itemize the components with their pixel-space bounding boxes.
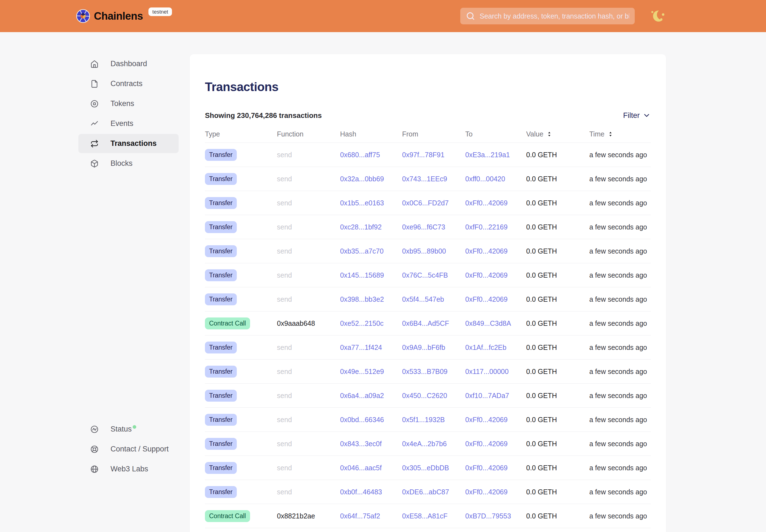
from-link[interactable]: 0x305...eDbDB: [402, 464, 449, 472]
hash-link[interactable]: 0xc28...1bf92: [340, 223, 381, 231]
value-cell: 0.0 GETH: [526, 199, 589, 207]
value-cell: 0.0 GETH: [526, 247, 589, 255]
hash-link[interactable]: 0x1b5...e0163: [340, 199, 384, 207]
sidebar-item-events[interactable]: Events: [78, 114, 179, 133]
sort-icon[interactable]: [546, 131, 553, 137]
hash-link[interactable]: 0xa77...1f424: [340, 344, 382, 351]
hash-link[interactable]: 0x145...15689: [340, 271, 384, 279]
hash-link[interactable]: 0x046...aac5f: [340, 464, 381, 472]
type-cell: Transfer: [205, 173, 277, 185]
hash-link[interactable]: 0x0bd...66346: [340, 416, 384, 423]
column-header-time[interactable]: Time: [589, 130, 651, 138]
from-link[interactable]: 0x6B4...Ad5CF: [402, 319, 449, 327]
from-link[interactable]: 0xDE6...abC87: [402, 488, 449, 496]
column-label: From: [402, 130, 418, 138]
filter-label: Filter: [623, 111, 640, 120]
function-cell: send: [277, 368, 340, 376]
hash-link[interactable]: 0xb0f...46483: [340, 488, 382, 496]
value-cell: 0.0 GETH: [526, 344, 589, 352]
moon-icon: [651, 9, 667, 24]
to-link[interactable]: 0xFf0...42069: [465, 488, 508, 496]
type-cell: Transfer: [205, 462, 277, 474]
hash-cell: 0x680...aff75: [340, 151, 402, 159]
sidebar-item-blocks[interactable]: Blocks: [78, 154, 179, 173]
sidebar-item-label: Contracts: [110, 79, 143, 88]
type-badge: Transfer: [205, 414, 237, 426]
type-badge: Transfer: [205, 366, 237, 378]
hash-link[interactable]: 0x64f...75af2: [340, 512, 380, 520]
hash-cell: 0x49e...512e9: [340, 368, 402, 376]
sidebar-item-contracts[interactable]: Contracts: [78, 74, 179, 93]
to-link[interactable]: 0xfF0...22169: [465, 223, 508, 231]
type-badge: Transfer: [205, 390, 237, 402]
function-cell: send: [277, 416, 340, 424]
to-link[interactable]: 0x117...00000: [465, 368, 509, 375]
hash-link[interactable]: 0x680...aff75: [340, 151, 380, 159]
time-cell: a few seconds ago: [589, 151, 651, 159]
from-link[interactable]: 0xb95...89b00: [402, 247, 446, 255]
from-link[interactable]: 0x5f1...1932B: [402, 416, 445, 423]
type-badge: Contract Call: [205, 317, 250, 329]
from-link[interactable]: 0x9A9...bF6fb: [402, 344, 445, 351]
sidebar-item-dashboard[interactable]: Dashboard: [78, 54, 179, 73]
column-header-from: From: [402, 130, 465, 138]
time-cell: a few seconds ago: [589, 392, 651, 400]
to-link[interactable]: 0xf10...7ADa7: [465, 392, 509, 399]
sidebar-footer-item-status[interactable]: Status: [78, 420, 179, 439]
to-link[interactable]: 0xff0...00420: [465, 175, 505, 183]
from-link[interactable]: 0xe96...f6C73: [402, 223, 445, 231]
to-link[interactable]: 0xFf0...42069: [465, 464, 508, 472]
from-link[interactable]: 0x450...C2620: [402, 392, 447, 399]
sidebar-footer-item-web3-labs[interactable]: Web3 Labs: [78, 459, 179, 479]
from-link[interactable]: 0x743...1EEc9: [402, 175, 447, 183]
hash-cell: 0xe52...2150c: [340, 319, 402, 327]
to-link[interactable]: 0xB7D...79553: [465, 512, 511, 520]
hash-link[interactable]: 0xe52...2150c: [340, 319, 384, 327]
hash-link[interactable]: 0x32a...0bb69: [340, 175, 384, 183]
from-link[interactable]: 0x533...B7B09: [402, 368, 448, 375]
to-link[interactable]: 0xFf0...42069: [465, 199, 508, 207]
to-link[interactable]: 0xFf0...42069: [465, 247, 508, 255]
sort-icon[interactable]: [607, 131, 614, 137]
sidebar-item-tokens[interactable]: Tokens: [78, 94, 179, 113]
hash-link[interactable]: 0x6a4...a09a2: [340, 392, 384, 399]
to-link[interactable]: 0xFf0...42069: [465, 295, 508, 303]
to-link[interactable]: 0xE3a...219a1: [465, 151, 510, 159]
column-header-value[interactable]: Value: [526, 130, 589, 138]
to-link[interactable]: 0xFf0...42069: [465, 440, 508, 448]
hash-link[interactable]: 0x398...bb3e2: [340, 295, 384, 303]
column-label: To: [465, 130, 473, 138]
time-cell: a few seconds ago: [589, 247, 651, 255]
transaction-row: Transfersend0x49e...512e90x533...B7B090x…: [205, 360, 651, 384]
from-link[interactable]: 0x4eA...2b7b6: [402, 440, 447, 448]
table-header-row: TypeFunctionHashFromToValueTime: [205, 126, 651, 143]
filter-button[interactable]: Filter: [623, 111, 651, 120]
from-link[interactable]: 0x76C...5c4FB: [402, 271, 448, 279]
hash-link[interactable]: 0xb35...a7c70: [340, 247, 384, 255]
from-link[interactable]: 0xE58...A81cF: [402, 512, 448, 520]
sidebar-item-transactions[interactable]: Transactions: [78, 134, 179, 153]
hash-link[interactable]: 0x49e...512e9: [340, 368, 384, 375]
time-cell: a few seconds ago: [589, 199, 651, 207]
function-cell: send: [277, 151, 340, 159]
brand[interactable]: Chainlens testnet: [76, 9, 172, 23]
to-link[interactable]: 0xFf0...42069: [465, 416, 508, 423]
time-cell: a few seconds ago: [589, 416, 651, 424]
dark-mode-toggle[interactable]: [651, 9, 667, 24]
to-link[interactable]: 0xFf0...42069: [465, 271, 508, 279]
search-input[interactable]: [480, 12, 629, 20]
cube-icon: [90, 159, 99, 168]
hash-link[interactable]: 0x843...3ec0f: [340, 440, 381, 448]
status-activity-icon: [90, 425, 99, 433]
sidebar-footer-item-contact-support[interactable]: Contact / Support: [78, 440, 179, 459]
from-cell: 0xE58...A81cF: [402, 512, 465, 520]
to-link[interactable]: 0x1Af...fc2Eb: [465, 344, 507, 351]
to-link[interactable]: 0x849...C3d8A: [465, 319, 511, 327]
transaction-row: Transfersend0xa77...1f4240x9A9...bF6fb0x…: [205, 335, 651, 360]
from-link[interactable]: 0x0C6...FD2d7: [402, 199, 449, 207]
time-cell: a few seconds ago: [589, 223, 651, 231]
sidebar-item-label: Web3 Labs: [110, 465, 148, 473]
time-cell: a few seconds ago: [589, 344, 651, 352]
from-link[interactable]: 0x97f...78F91: [402, 151, 445, 159]
from-link[interactable]: 0x5f4...547eb: [402, 295, 444, 303]
